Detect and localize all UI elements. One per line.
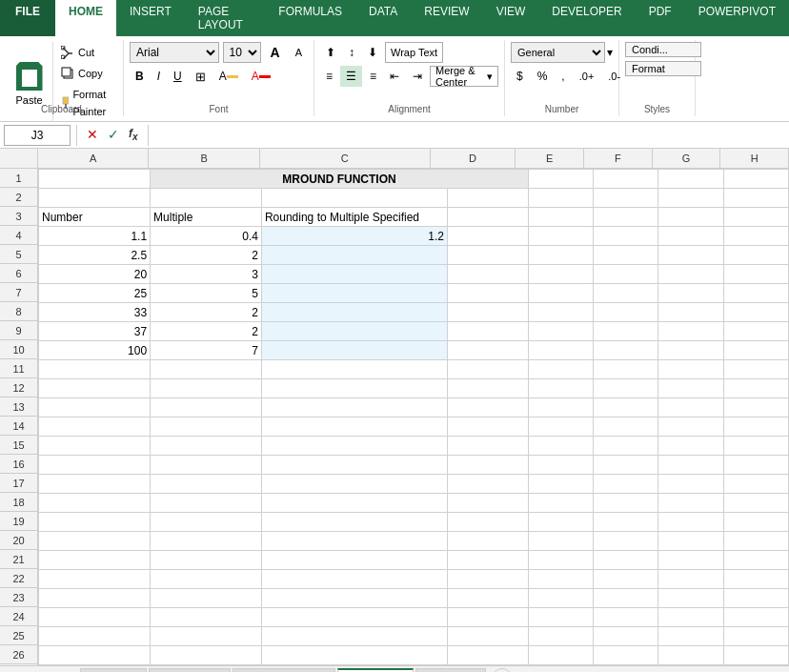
cell-h3[interactable] (723, 208, 788, 227)
comma-button[interactable]: , (556, 66, 570, 87)
cell-f3[interactable] (594, 208, 658, 227)
cell-f8[interactable] (594, 303, 658, 322)
cell-d3[interactable] (447, 208, 528, 227)
row-num-20[interactable]: 20 (0, 531, 37, 550)
row-num-15[interactable]: 15 (0, 436, 37, 455)
tab-powerpivot[interactable]: POWERPIVOT (685, 0, 789, 36)
row-num-12[interactable]: 12 (0, 378, 37, 397)
cell-h8[interactable] (723, 303, 788, 322)
cell-g5[interactable] (658, 246, 723, 265)
cell-e8[interactable] (528, 303, 593, 322)
cell-b9[interactable]: 2 (151, 322, 262, 341)
row-num-25[interactable]: 25 (0, 626, 37, 645)
cell-a5[interactable]: 2.5 (39, 246, 151, 265)
cell-a1[interactable] (39, 170, 151, 189)
tab-formulas[interactable]: FORMULAS (265, 0, 355, 36)
cell-d6[interactable] (447, 265, 528, 284)
row-num-24[interactable]: 24 (0, 607, 37, 626)
cell-d8[interactable] (447, 303, 528, 322)
align-center-button[interactable]: ☰ (340, 66, 362, 87)
underline-button[interactable]: U (168, 66, 188, 87)
col-header-b[interactable]: B (149, 149, 259, 168)
accounting-format-button[interactable]: $ (511, 66, 529, 87)
decrease-font-size-button[interactable]: A (290, 42, 308, 63)
tab-pdf[interactable]: PDF (636, 0, 685, 36)
cell-e1[interactable] (594, 170, 658, 189)
cell-g7[interactable] (658, 284, 723, 303)
increase-font-size-button[interactable]: A (265, 42, 286, 63)
sheet-tab-rounddown[interactable]: ROUNDDOWN (233, 668, 335, 673)
cell-b3[interactable]: Multiple (151, 208, 262, 227)
tab-file[interactable]: FILE (0, 0, 55, 36)
cell-b5[interactable]: 2 (151, 246, 262, 265)
row-num-10[interactable]: 10 (0, 340, 37, 359)
col-header-a[interactable]: A (38, 149, 149, 168)
cell-a24[interactable] (39, 608, 151, 627)
row-num-16[interactable]: 16 (0, 455, 37, 474)
cell-f10[interactable] (594, 341, 658, 360)
cell-a26[interactable] (39, 646, 151, 665)
align-middle-button[interactable]: ↕ (343, 42, 360, 63)
cell-h10[interactable] (723, 341, 788, 360)
cell-e10[interactable] (528, 341, 593, 360)
cell-f1[interactable] (658, 170, 723, 189)
cell-d10[interactable] (447, 341, 528, 360)
cell-a4[interactable]: 1.1 (39, 227, 151, 246)
cell-a7[interactable]: 25 (39, 284, 151, 303)
cell-h5[interactable] (723, 246, 788, 265)
row-num-11[interactable]: 11 (0, 359, 37, 378)
col-header-c[interactable]: C (260, 149, 431, 168)
conditional-format-button[interactable]: Condi... (625, 42, 701, 57)
cell-e4[interactable] (528, 227, 593, 246)
cell-a22[interactable] (39, 570, 151, 589)
row-num-6[interactable]: 6 (0, 264, 37, 283)
cell-a16[interactable] (39, 456, 151, 475)
format-as-table-button[interactable]: Format (625, 61, 701, 76)
cell-c3[interactable]: Rounding to Multiple Specified (261, 208, 447, 227)
cell-b6[interactable]: 3 (151, 265, 262, 284)
row-num-23[interactable]: 23 (0, 588, 37, 607)
cell-d5[interactable] (447, 246, 528, 265)
tab-home[interactable]: HOME (55, 0, 116, 36)
cell-g6[interactable] (658, 265, 723, 284)
merge-dropdown-icon[interactable]: ▾ (487, 71, 493, 83)
cell-a10[interactable]: 100 (39, 341, 151, 360)
row-num-2[interactable]: 2 (0, 188, 37, 207)
cell-a6[interactable]: 20 (39, 265, 151, 284)
cell-a13[interactable] (39, 398, 151, 417)
cell-d4[interactable] (447, 227, 528, 246)
tab-view[interactable]: VIEW (483, 0, 539, 36)
cell-a25[interactable] (39, 627, 151, 646)
cell-b1[interactable]: MROUND FUNCTION (151, 170, 529, 189)
row-num-3[interactable]: 3 (0, 207, 37, 226)
tab-insert[interactable]: INSERT (116, 0, 185, 36)
row-num-14[interactable]: 14 (0, 417, 37, 436)
merge-center-button[interactable]: Merge & Center ▾ (430, 66, 498, 87)
row-num-4[interactable]: 4 (0, 226, 37, 245)
cell-a19[interactable] (39, 513, 151, 532)
cell-c5[interactable] (261, 246, 447, 265)
cell-d9[interactable] (447, 322, 528, 341)
row-num-13[interactable]: 13 (0, 397, 37, 417)
cell-g4[interactable] (658, 227, 723, 246)
col-header-d[interactable]: D (431, 149, 516, 168)
row-num-21[interactable]: 21 (0, 550, 37, 569)
cell-a11[interactable] (39, 360, 151, 379)
cell-a14[interactable] (39, 417, 151, 437)
tab-review[interactable]: REVIEW (411, 0, 482, 36)
align-right-button[interactable]: ≡ (364, 66, 382, 87)
cell-c2[interactable] (261, 189, 447, 208)
row-num-17[interactable]: 17 (0, 474, 37, 493)
cell-b8[interactable]: 2 (151, 303, 262, 322)
sheet-tab-round[interactable]: ROUND (80, 668, 147, 673)
cell-a8[interactable]: 33 (39, 303, 151, 322)
font-name-select[interactable]: Arial (130, 42, 219, 63)
cell-g2[interactable] (658, 189, 723, 208)
row-num-18[interactable]: 18 (0, 493, 37, 512)
cell-e7[interactable] (528, 284, 593, 303)
cell-b10[interactable]: 7 (151, 341, 262, 360)
cell-c9[interactable] (261, 322, 447, 341)
tab-developer[interactable]: DEVELOPER (538, 0, 635, 36)
cell-c4[interactable]: 1.2 (261, 227, 447, 246)
cell-a23[interactable] (39, 589, 151, 608)
